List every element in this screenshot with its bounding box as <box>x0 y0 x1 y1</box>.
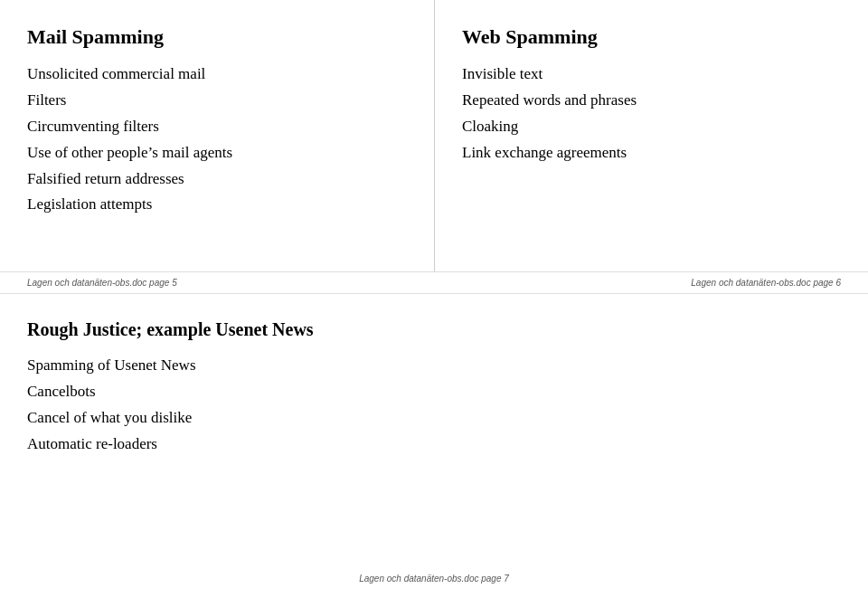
list-item: Invisible text <box>462 62 841 88</box>
page5-label: Lagen och datanäten-obs.doc page 5 <box>27 278 177 288</box>
list-item: Link exchange agreements <box>462 140 841 166</box>
rough-justice-items: Spamming of Usenet News Cancelbots Cance… <box>27 353 841 458</box>
list-item: Cancelbots <box>27 379 841 405</box>
page-footer-row-7: Lagen och datanäten-obs.doc page 7 <box>0 568 868 589</box>
list-item: Repeated words and phrases <box>462 88 841 114</box>
bottom-section: Rough Justice; example Usenet News Spamm… <box>0 294 868 476</box>
list-item: Legislation attempts <box>27 192 407 218</box>
column-left: Mail Spamming Unsolicited commercial mai… <box>0 0 434 271</box>
web-spamming-items: Invisible text Repeated words and phrase… <box>462 62 841 166</box>
list-item: Falsified return addresses <box>27 166 407 193</box>
list-item: Cancel of what you dislike <box>27 405 841 432</box>
mail-spamming-items: Unsolicited commercial mail Filters Circ… <box>27 62 407 218</box>
column-right: Web Spamming Invisible text Repeated wor… <box>434 0 868 271</box>
page7-label: Lagen och datanäten-obs.doc page 7 <box>359 574 509 584</box>
list-item: Spamming of Usenet News <box>27 353 841 379</box>
web-spamming-title: Web Spamming <box>462 25 841 49</box>
page-footer-row-56: Lagen och datanäten-obs.doc page 5 Lagen… <box>0 271 868 294</box>
list-item: Use of other people’s mail agents <box>27 140 407 166</box>
list-item: Cloaking <box>462 114 841 140</box>
list-item: Unsolicited commercial mail <box>27 62 407 88</box>
list-item: Circumventing filters <box>27 114 407 140</box>
list-item: Automatic re-loaders <box>27 432 841 458</box>
rough-justice-title: Rough Justice; example Usenet News <box>27 319 841 340</box>
list-item: Filters <box>27 88 407 114</box>
mail-spamming-title: Mail Spamming <box>27 25 407 49</box>
top-section: Mail Spamming Unsolicited commercial mai… <box>0 0 868 271</box>
page-container: Mail Spamming Unsolicited commercial mai… <box>0 0 868 598</box>
page6-label: Lagen och datanäten-obs.doc page 6 <box>691 278 841 288</box>
